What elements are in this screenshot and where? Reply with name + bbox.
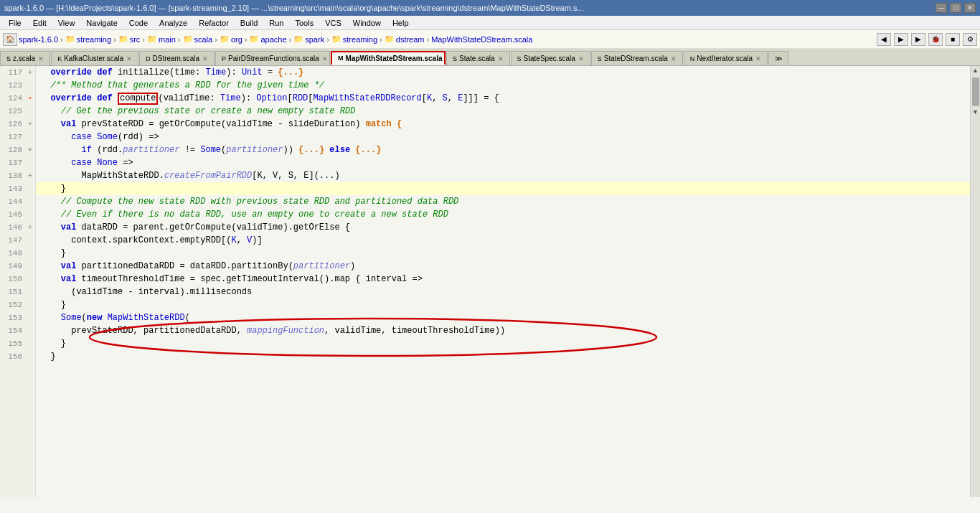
maximize-button[interactable]: □ [950, 3, 961, 13]
menu-analyze[interactable]: Analyze [154, 17, 193, 29]
scala-icon: S [598, 55, 602, 62]
tab-statedstream[interactable]: S StateDStream.scala ✕ [591, 51, 683, 65]
gutter-row-137: 137 [0, 156, 35, 169]
breadcrumb-apache[interactable]: apache [260, 35, 286, 44]
gutter-row-155: 155 [0, 337, 35, 350]
code-line-125: // Get the previous state or create a ne… [36, 105, 970, 118]
run-icon[interactable]: ▶ [911, 33, 925, 46]
breadcrumb-file[interactable]: MapWithStateDStream.scala [431, 35, 532, 44]
gutter-row-153: 153 [0, 311, 35, 324]
breadcrumb-streaming[interactable]: streaming [77, 35, 111, 44]
gutter-row-146: 146 + [0, 221, 35, 234]
scroll-thumb[interactable] [972, 77, 979, 106]
tab-more[interactable]: ≫ [768, 51, 788, 65]
tab-label: State.scala [459, 55, 494, 62]
menu-navigate[interactable]: Navigate [80, 17, 123, 29]
tab-nextiterator[interactable]: N NextIterator.scala ✕ [684, 51, 768, 65]
tab-kafkacluster[interactable]: K KafkaCluster.scala ✕ [51, 51, 138, 65]
breadcrumb-bar: 🏠 spark-1.6.0 › 📁 streaming › 📁 src › 📁 … [0, 30, 980, 49]
more-icon[interactable]: ⚙ [963, 33, 977, 46]
tab-label: PairDStreamFunctions.scala [228, 55, 319, 62]
tab-label: MapWithStateDStream.scala [346, 55, 443, 62]
tab-state[interactable]: S State.scala ✕ [446, 51, 510, 65]
tab-close-icon[interactable]: ✕ [38, 55, 44, 62]
vertical-scrollbar[interactable]: ▲ ▼ [970, 66, 980, 497]
scala-icon: N [690, 55, 695, 62]
gutter-row-148: 148 [0, 247, 35, 260]
tab-close-icon[interactable]: ✕ [446, 55, 446, 62]
code-line-153: Some(new MapWithStateRDD( [36, 311, 970, 324]
menu-tools[interactable]: Tools [289, 17, 319, 29]
tab-close-icon[interactable]: ✕ [126, 55, 132, 62]
breadcrumb-project[interactable]: spark-1.6.0 [19, 35, 58, 44]
gutter-row-156: 156 [0, 350, 35, 363]
tab-label: z.scala [13, 55, 35, 62]
menu-window[interactable]: Window [347, 17, 387, 29]
gutter-row-138: 138 + [0, 169, 35, 182]
breadcrumb-org[interactable]: org [231, 35, 242, 44]
tabs-bar: S z.scala ✕ K KafkaCluster.scala ✕ D DSt… [0, 49, 980, 66]
menu-code[interactable]: Code [123, 17, 154, 29]
code-line-126: val prevStateRDD = getOrCompute(validTim… [36, 118, 970, 131]
menu-view[interactable]: View [52, 17, 81, 29]
code-line-145: // Even if there is no data RDD, use an … [36, 208, 970, 221]
gutter: 117 + 123 124 • 125 126 + 127 128 + 137 [0, 66, 36, 497]
menu-run[interactable]: Run [263, 17, 289, 29]
tab-mapwithstate[interactable]: M MapWithStateDStream.scala ✕ [331, 51, 446, 65]
window-controls: — □ ✕ [936, 3, 976, 13]
nav-right-icon[interactable]: ▶ [894, 33, 908, 46]
tab-close-icon[interactable]: ✕ [202, 55, 208, 62]
tab-statespec[interactable]: S StateSpec.scala ✕ [511, 51, 590, 65]
stop-icon[interactable]: ■ [946, 33, 960, 46]
gutter-row-124: 124 • [0, 92, 35, 105]
gutter-row-144: 144 [0, 195, 35, 208]
tab-close-icon[interactable]: ✕ [755, 55, 761, 62]
tab-pairdstream[interactable]: P PairDStreamFunctions.scala ✕ [215, 51, 330, 65]
breadcrumb-spark[interactable]: spark [305, 35, 324, 44]
gutter-row-150: 150 [0, 273, 35, 286]
scala-icon: K [57, 55, 62, 62]
nav-left-icon[interactable]: ◀ [877, 33, 891, 46]
scroll-up-icon[interactable]: ▲ [974, 66, 977, 76]
compute-box: compute [118, 93, 158, 105]
breadcrumb-streaming2[interactable]: streaming [343, 35, 377, 44]
tab-dstream[interactable]: D DStream.scala ✕ [139, 51, 215, 65]
menu-help[interactable]: Help [387, 17, 415, 29]
gutter-row-154: 154 [0, 324, 35, 337]
tab-z-scala[interactable]: S z.scala ✕ [0, 51, 50, 65]
menu-refactor[interactable]: Refactor [193, 17, 235, 29]
breadcrumb-dstream[interactable]: dstream [396, 35, 425, 44]
gutter-row-145: 145 [0, 208, 35, 221]
tab-close-icon[interactable]: ✕ [671, 55, 677, 62]
gutter-row-127: 127 [0, 131, 35, 143]
gutter-row-152: 152 [0, 298, 35, 311]
code-line-148: } [36, 247, 970, 260]
menu-file[interactable]: File [3, 17, 27, 29]
breadcrumb-src[interactable]: src [130, 35, 141, 44]
minimize-button[interactable]: — [936, 3, 947, 13]
editor-content[interactable]: override def initialize(time: Time): Uni… [36, 66, 970, 497]
tab-close-icon[interactable]: ✕ [322, 55, 328, 62]
scala-icon: S [453, 55, 457, 62]
gutter-row-149: 149 [0, 260, 35, 273]
breadcrumb-main[interactable]: main [159, 35, 176, 44]
breadcrumb-right: ◀ ▶ ▶ 🐞 ■ ⚙ [877, 33, 977, 46]
code-line-152: } [36, 298, 970, 311]
code-line-143: } [36, 182, 970, 195]
scala-icon: P [222, 55, 226, 62]
tab-label: NextIterator.scala [697, 55, 753, 62]
scroll-down-icon[interactable]: ▼ [974, 108, 977, 118]
breadcrumb-scala[interactable]: scala [194, 35, 213, 44]
menu-edit[interactable]: Edit [27, 17, 52, 29]
tab-label: StateSpec.scala [524, 55, 575, 62]
close-button[interactable]: ✕ [964, 3, 976, 13]
menu-build[interactable]: Build [235, 17, 263, 29]
menu-vcs[interactable]: VCS [319, 17, 347, 29]
title-bar: spark-1.6.0 — [H:\IdeaProjects\spark-1.6… [0, 0, 980, 16]
gutter-row-147: 147 [0, 234, 35, 247]
tab-close-icon[interactable]: ✕ [578, 55, 584, 62]
scala-icon: S [6, 55, 11, 62]
code-line-150: val timeoutThresholdTime = spec.getTimeo… [36, 273, 970, 286]
debug-icon[interactable]: 🐞 [928, 33, 943, 46]
tab-close-icon[interactable]: ✕ [498, 55, 504, 62]
